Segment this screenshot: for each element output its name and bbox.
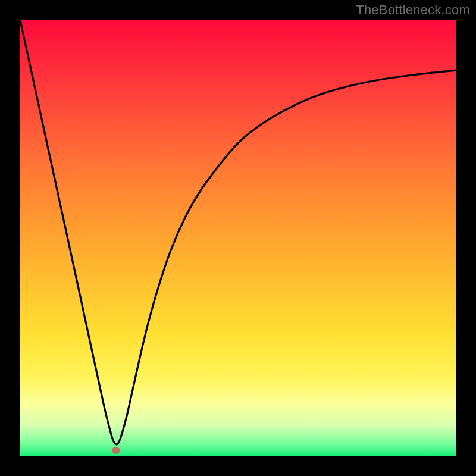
chart-container: TheBottleneck.com [0,0,476,476]
bottleneck-curve [20,20,456,456]
optimal-point-marker [112,447,120,454]
plot-area [20,20,456,456]
watermark-text: TheBottleneck.com [356,2,470,18]
